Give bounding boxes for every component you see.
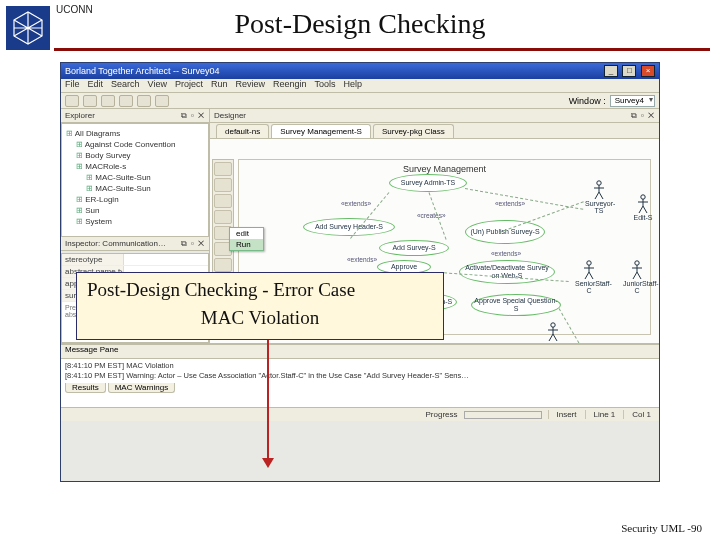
- toolbar-button[interactable]: [119, 95, 133, 107]
- maximize-button[interactable]: □: [622, 65, 636, 77]
- status-line: Line 1: [585, 410, 624, 419]
- svg-line-9: [639, 206, 643, 213]
- svg-line-10: [643, 206, 647, 213]
- designer-header: Designer ⧉ ▫ ✕: [210, 109, 659, 123]
- message-line[interactable]: [8:41:10 PM EST] Warning: Actor – Use Ca…: [65, 371, 655, 381]
- actor-edit[interactable]: Edit-S: [629, 194, 657, 221]
- usecase-add-survey[interactable]: Add Survey-S: [379, 240, 449, 256]
- message-line[interactable]: [8:41:10 PM EST] MAC Violation: [65, 361, 655, 371]
- window-select[interactable]: Survey4: [610, 95, 655, 107]
- menu-reengin[interactable]: Reengin: [273, 79, 307, 92]
- svg-line-4: [595, 192, 599, 199]
- context-menu: edit Run: [229, 227, 264, 251]
- toolbar-button[interactable]: [83, 95, 97, 107]
- menubar: File Edit Search View Project Run Review…: [61, 79, 659, 93]
- menu-file[interactable]: File: [65, 79, 80, 92]
- tree-node[interactable]: ER-Login: [66, 194, 204, 205]
- toolbar: Window : Survey4: [61, 93, 659, 109]
- callout-title: Post-Design Checking - Error Case: [87, 279, 433, 301]
- usecase-publish[interactable]: (Un) Publish Survey-S: [465, 220, 545, 244]
- tab-default[interactable]: default-ns: [216, 124, 269, 138]
- inspector-header: Inspector: Communication… ⧉ ▫ ✕: [61, 237, 209, 251]
- tree-node[interactable]: Sun: [66, 205, 204, 216]
- tab-survey-class[interactable]: Survey-pkg Class: [373, 124, 454, 138]
- tree-node[interactable]: MAC-Suite-Sun: [66, 183, 204, 194]
- inspector-title: Inspector: Communication…: [65, 239, 166, 248]
- tree-node[interactable]: Against Code Convention: [66, 139, 204, 150]
- actor-junior[interactable]: JuniorStaff-C: [623, 260, 651, 294]
- usecase-admin[interactable]: Survey Admin-TS: [389, 174, 467, 192]
- toolbar-button[interactable]: [155, 95, 169, 107]
- explorer-pane: All Diagrams Against Code Convention Bod…: [61, 123, 209, 237]
- tab-bar: default-ns Survey Management-S Survey-pk…: [210, 123, 659, 139]
- titlebar: Borland Together Architect -- Survey04 _…: [61, 63, 659, 79]
- menu-tools[interactable]: Tools: [315, 79, 336, 92]
- assoc-label: «extends»: [495, 200, 525, 207]
- message-pane-title: Message Pane: [61, 345, 659, 359]
- palette-tool[interactable]: [214, 178, 232, 192]
- callout-arrow-icon: [258, 340, 278, 470]
- designer-controls[interactable]: ⧉ ▫ ✕: [631, 111, 655, 121]
- assoc-label: «extends»: [347, 256, 377, 263]
- prop-key: stereotype: [62, 254, 124, 265]
- toolbar-button[interactable]: [101, 95, 115, 107]
- designer-title: Designer: [214, 111, 246, 120]
- palette-tool[interactable]: [214, 210, 232, 224]
- inspector-controls[interactable]: ⧉ ▫ ✕: [181, 239, 205, 249]
- menu-run[interactable]: Run: [211, 79, 228, 92]
- diagram-title: Survey Management: [403, 164, 486, 174]
- actor-senior[interactable]: SeniorStaff-C: [575, 260, 603, 294]
- palette-tool[interactable]: [214, 162, 232, 176]
- usecase-add-header[interactable]: Add Survey Header-S: [303, 218, 395, 236]
- window-buttons: _ □ ×: [602, 65, 655, 77]
- tree-node[interactable]: Body Survey: [66, 150, 204, 161]
- menu-search[interactable]: Search: [111, 79, 140, 92]
- menu-edit[interactable]: Edit: [88, 79, 104, 92]
- svg-line-5: [599, 192, 603, 199]
- actor-label: Staff-C: [539, 342, 567, 343]
- assoc-label: «extends»: [341, 200, 371, 207]
- actor-staff[interactable]: Staff-C: [539, 322, 567, 343]
- prop-val[interactable]: [124, 254, 208, 265]
- svg-point-21: [551, 323, 555, 327]
- actor-label: JuniorStaff-C: [623, 280, 651, 294]
- menu-help[interactable]: Help: [344, 79, 363, 92]
- msg-tab-results[interactable]: Results: [65, 383, 106, 393]
- toolbar-button[interactable]: [65, 95, 79, 107]
- close-button[interactable]: ×: [641, 65, 655, 77]
- tree-node[interactable]: MACRole-s: [66, 161, 204, 172]
- callout-subtitle: MAC Violation: [87, 307, 433, 329]
- msg-tab-mac[interactable]: MAC Warnings: [108, 383, 176, 393]
- palette-tool[interactable]: [214, 194, 232, 208]
- actor-surveyor[interactable]: Surveyor-TS: [585, 180, 613, 214]
- menu-view[interactable]: View: [148, 79, 167, 92]
- menu-project[interactable]: Project: [175, 79, 203, 92]
- svg-line-25: [553, 334, 557, 341]
- minimize-button[interactable]: _: [604, 65, 618, 77]
- svg-line-19: [633, 272, 637, 279]
- explorer-controls[interactable]: ⧉ ▫ ✕: [181, 111, 205, 121]
- toolbar-button[interactable]: [137, 95, 151, 107]
- tab-survey-mgmt[interactable]: Survey Management-S: [271, 124, 371, 138]
- progress-bar: [464, 411, 542, 419]
- explorer-header: Explorer ⧉ ▫ ✕: [61, 109, 209, 123]
- usecase-activate[interactable]: Activate/Deactivate Survey on Web-S: [459, 260, 555, 284]
- message-pane: Message Pane [8:41:10 PM EST] MAC Violat…: [61, 343, 659, 407]
- explorer-title: Explorer: [65, 111, 95, 120]
- title-rule: [54, 48, 710, 51]
- status-bar: Progress Insert Line 1 Col 1: [61, 407, 659, 421]
- slide-footer: Security UML -90: [621, 522, 702, 534]
- tree-node[interactable]: All Diagrams: [66, 128, 204, 139]
- svg-line-20: [637, 272, 641, 279]
- status-col: Col 1: [623, 410, 659, 419]
- assoc-label: «extends»: [491, 250, 521, 257]
- assoc-label: «creates»: [417, 212, 446, 219]
- usecase-approve-special[interactable]: Approve Special Question-S: [471, 294, 561, 316]
- tree-node[interactable]: MAC-Suite-Sun: [66, 172, 204, 183]
- svg-point-1: [597, 181, 601, 185]
- palette-tool[interactable]: [214, 258, 232, 272]
- ctx-edit[interactable]: edit: [230, 228, 263, 239]
- menu-review[interactable]: Review: [235, 79, 265, 92]
- ctx-run[interactable]: Run: [230, 239, 263, 250]
- tree-node[interactable]: System: [66, 216, 204, 227]
